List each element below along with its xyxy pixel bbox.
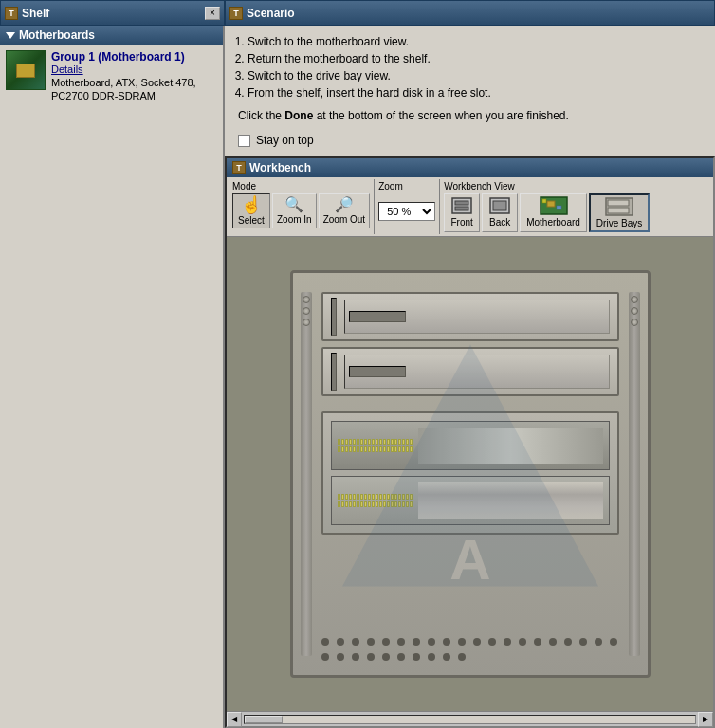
screw-5 (631, 307, 638, 315)
hdd-1-body (418, 428, 603, 464)
svg-rect-1 (455, 201, 468, 205)
scenario-click-text: Click the Done at the bottom of the scre… (238, 109, 702, 122)
zoom-in-icon: 🔍 (284, 197, 303, 212)
motherboard-view-icon (540, 196, 568, 215)
mode-buttons: ☝ Select 🔍 Zoom In 🔎 Zoom Out (232, 193, 370, 228)
hdd-2-body (418, 482, 603, 519)
select-button[interactable]: ☝ Select (232, 193, 270, 228)
cursor-icon: ☝ (241, 196, 262, 213)
motherboard-item[interactable]: Group 1 (Motherboard 1) Details Motherbo… (0, 45, 223, 107)
hdd-connector-group-2 (338, 494, 412, 507)
mb-chip-graphic (16, 64, 35, 78)
front-view-button[interactable]: Front (444, 193, 480, 232)
svg-rect-11 (608, 208, 629, 213)
hdd-connector-group-1 (338, 439, 412, 452)
scenario-content: Switch to the motherboard view. Return t… (225, 26, 715, 156)
zoom-in-button[interactable]: 🔍 Zoom In (272, 193, 317, 228)
hdd-section (321, 411, 619, 535)
svg-rect-0 (452, 198, 471, 213)
step-3: Switch to the drive bay view. (248, 69, 702, 82)
vent-holes (321, 638, 619, 661)
shelf-title-label: Shelf (22, 7, 49, 20)
zoom-section: Zoom 25 % 50 % 75 % 100 % (375, 179, 440, 234)
drive-bays-icon (605, 197, 633, 216)
hdd-drive-1 (331, 421, 610, 470)
screw-2 (302, 307, 310, 315)
screw-4 (631, 296, 638, 303)
click-suffix: at the bottom of the screen when you are… (313, 109, 569, 122)
svg-rect-10 (608, 200, 629, 206)
scroll-right-arrow[interactable]: ▶ (698, 712, 713, 727)
stay-on-top-checkbox[interactable] (238, 135, 250, 147)
step-1: Switch to the motherboard view. (248, 35, 702, 48)
right-area: Switch to the motherboard view. Return t… (225, 26, 715, 728)
workbench-title-icon: T (232, 161, 246, 174)
back-label: Back (489, 217, 510, 228)
motherboard-view-button[interactable]: Motherboard (520, 193, 587, 232)
done-label: Done (284, 109, 313, 122)
expand-icon (6, 32, 15, 39)
drive-bays-view-button[interactable]: Drive Bays (589, 193, 650, 232)
mb-name: Group 1 (Motherboard 1) (51, 50, 217, 64)
shelf-title-icon: T (5, 7, 18, 20)
stay-on-top-label: Stay on top (256, 134, 314, 147)
stay-on-top-row: Stay on top (238, 134, 702, 147)
screw-3 (302, 318, 310, 326)
view-section: Workbench View Front (440, 179, 653, 234)
front-view-icon (450, 196, 473, 215)
case-body (290, 270, 651, 678)
scenario-title-label: Scenario (247, 7, 295, 20)
scenario-steps-list: Switch to the motherboard view. Return t… (248, 35, 702, 100)
scrollbar-thumb[interactable] (245, 716, 283, 723)
mb-spec1: Motherboard, ATX, Socket 478, (51, 77, 217, 88)
screw-6 (631, 318, 638, 326)
mb-info: Group 1 (Motherboard 1) Details Motherbo… (51, 50, 217, 101)
hdd-drive-2 (331, 476, 610, 525)
shelf-panel: Motherboards Group 1 (Motherboard 1) Det… (0, 26, 225, 728)
screw-1 (302, 296, 310, 303)
shelf-close-button[interactable]: × (205, 7, 220, 20)
scrollbar-track[interactable] (244, 715, 696, 724)
mode-section: Mode ☝ Select 🔍 Zoom In 🔎 Zoom Out (229, 179, 375, 234)
scenario-title-icon: T (229, 7, 243, 20)
workbench-viewport: A (227, 237, 713, 711)
zoom-label: Zoom (378, 181, 435, 191)
step-2: Return the motherboard to the shelf. (248, 52, 702, 65)
scenario-header: T Scenario (225, 0, 715, 26)
shelf-title-group: T Shelf (5, 7, 49, 20)
mb-details-link[interactable]: Details (51, 64, 217, 75)
mb-thumbnail-inner (7, 51, 45, 89)
drive-area (321, 292, 619, 396)
svg-rect-6 (547, 201, 555, 207)
click-prefix: Click the (238, 109, 284, 122)
zoom-in-label: Zoom In (277, 214, 312, 225)
workbench-toolbar: Mode ☝ Select 🔍 Zoom In 🔎 Zoom Out (227, 177, 713, 237)
mode-label: Mode (232, 181, 370, 191)
cdrom-bay-1 (321, 292, 619, 341)
zoom-out-button[interactable]: 🔎 Zoom Out (319, 193, 370, 228)
side-rail-left (301, 292, 312, 656)
view-buttons: Front Back (444, 193, 650, 232)
back-view-icon (488, 196, 511, 215)
back-view-button[interactable]: Back (482, 193, 518, 232)
view-label: Workbench View (444, 181, 650, 191)
horizontal-scrollbar[interactable]: ◀ ▶ (227, 711, 713, 726)
mb-spec2: PC2700 DDR-SDRAM (51, 90, 217, 101)
front-label: Front (450, 217, 472, 228)
select-label: Select (238, 215, 265, 226)
svg-rect-8 (557, 206, 561, 209)
motherboards-label: Motherboards (19, 28, 95, 42)
workbench-panel: T Workbench Mode ☝ Select 🔍 Zoom In (225, 156, 715, 728)
motherboard-label: Motherboard (526, 217, 580, 228)
workbench-title-label: Workbench (249, 161, 311, 174)
scroll-left-arrow[interactable]: ◀ (227, 712, 242, 727)
zoom-out-icon: 🔎 (335, 197, 354, 212)
svg-rect-4 (493, 201, 506, 210)
side-rail-right (629, 292, 640, 656)
svg-rect-7 (542, 199, 546, 203)
motherboards-header: Motherboards (0, 26, 223, 45)
hdd-bay-outer (321, 411, 619, 535)
shelf-header: T Shelf × (0, 0, 225, 26)
svg-rect-2 (455, 207, 468, 210)
zoom-select[interactable]: 25 % 50 % 75 % 100 % (378, 202, 435, 221)
